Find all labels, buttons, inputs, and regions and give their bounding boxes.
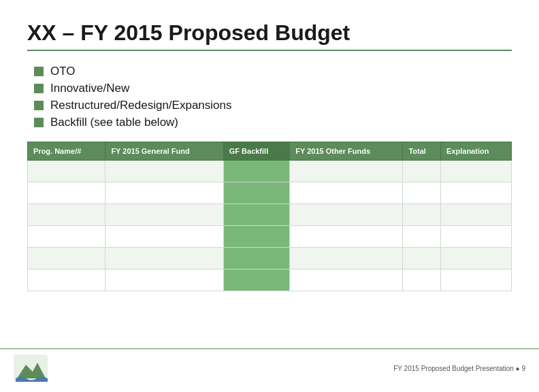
cell-total [403, 270, 441, 291]
cell-total [403, 161, 441, 182]
cell-other [290, 182, 403, 204]
col-header-total: Total [403, 142, 441, 161]
cell-explanation [441, 161, 512, 182]
cell-fy-gf [105, 248, 223, 270]
logo-icon [14, 355, 48, 382]
cell-fy-gf [105, 226, 223, 248]
cell-gf-backfill [223, 182, 290, 204]
bullet-square-icon [34, 118, 44, 127]
cell-total [403, 226, 441, 248]
col-header-gf-backfill: GF Backfill [223, 142, 290, 161]
cell-fy-gf [105, 182, 223, 204]
cell-other [290, 270, 403, 291]
table-row [28, 182, 512, 204]
col-header-fy2015-gf: FY 2015 General Fund [105, 142, 223, 161]
cell-prog-name [28, 270, 105, 291]
col-header-prog-name: Prog. Name/# [28, 142, 105, 161]
cell-other [290, 204, 403, 226]
bullet-square-icon [34, 101, 44, 110]
footer: FY 2015 Proposed Budget Presentation ● 9 [0, 348, 539, 382]
bullet-list: OTO Innovative/New Restructured/Redesign… [34, 65, 512, 129]
cell-fy-gf [105, 204, 223, 226]
cell-gf-backfill [223, 270, 290, 291]
cell-prog-name [28, 182, 105, 204]
cell-other [290, 226, 403, 248]
budget-table: Prog. Name/# FY 2015 General Fund GF Bac… [27, 142, 512, 291]
table-row [28, 270, 512, 291]
cell-other [290, 248, 403, 270]
cell-total [403, 204, 441, 226]
cell-gf-backfill [223, 161, 290, 182]
bullet-text-1: OTO [50, 65, 76, 78]
cell-total [403, 182, 441, 204]
bullet-item-1: OTO [34, 65, 512, 78]
bullet-text-4: Backfill (see table below) [50, 116, 178, 129]
bullet-text-3: Restructured/Redesign/Expansions [50, 99, 231, 112]
table-row [28, 248, 512, 270]
bullet-text-2: Innovative/New [50, 82, 129, 95]
bullet-item-4: Backfill (see table below) [34, 116, 512, 129]
cell-prog-name [28, 226, 105, 248]
cell-gf-backfill [223, 226, 290, 248]
cell-prog-name [28, 204, 105, 226]
footer-text: FY 2015 Proposed Budget Presentation ● 9 [393, 365, 525, 372]
bullet-square-icon [34, 84, 44, 93]
cell-fy-gf [105, 270, 223, 291]
table-row [28, 226, 512, 248]
cell-gf-backfill [223, 204, 290, 226]
cell-gf-backfill [223, 248, 290, 270]
cell-other [290, 161, 403, 182]
col-header-explanation: Explanation [441, 142, 512, 161]
col-header-fy2015-other: FY 2015 Other Funds [290, 142, 403, 161]
cell-explanation [441, 270, 512, 291]
slide-title: XX – FY 2015 Proposed Budget [27, 20, 512, 51]
bullet-square-icon [34, 67, 44, 76]
table-header-row: Prog. Name/# FY 2015 General Fund GF Bac… [28, 142, 512, 161]
table-row [28, 204, 512, 226]
cell-explanation [441, 226, 512, 248]
cell-prog-name [28, 161, 105, 182]
cell-explanation [441, 182, 512, 204]
cell-prog-name [28, 248, 105, 270]
bullet-item-2: Innovative/New [34, 82, 512, 95]
slide: XX – FY 2015 Proposed Budget OTO Innovat… [0, 0, 539, 392]
bullet-item-3: Restructured/Redesign/Expansions [34, 99, 512, 112]
cell-fy-gf [105, 161, 223, 182]
cell-explanation [441, 204, 512, 226]
cell-total [403, 248, 441, 270]
cell-explanation [441, 248, 512, 270]
table-row [28, 161, 512, 182]
